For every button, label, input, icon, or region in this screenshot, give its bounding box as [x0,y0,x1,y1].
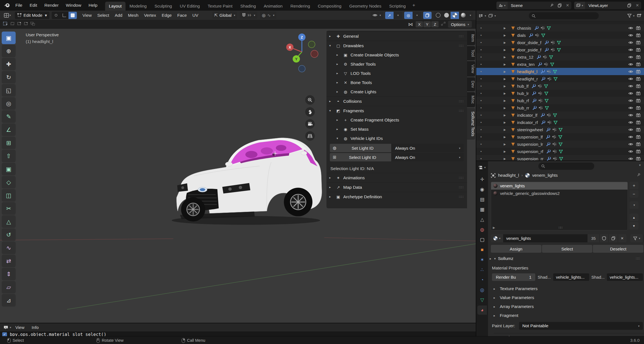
object-name[interactable]: door_pside_f [516,47,544,52]
deselect-button[interactable]: Deselect [593,245,643,253]
modifier-wrench-icon[interactable] [537,62,543,67]
panel-section-row[interactable]: ⚙ Shader Tools ∷∷ [326,59,467,69]
panel-section-row[interactable]: ✶ Animations ∷∷ [326,173,467,182]
disable-render-icon[interactable] [636,62,641,67]
workspace-tab[interactable]: Rendering [287,2,314,11]
navigation-gizmo[interactable]: Z X Y [281,31,320,76]
expand-arrow-icon[interactable]: ▶ [504,99,510,102]
outliner-row[interactable]: • ▶ hub_rf [476,97,644,104]
tool-select-box[interactable]: ▣ [2,32,16,44]
options-dropdown[interactable]: Options▾ [448,21,472,28]
modifier-wrench-icon[interactable] [546,156,552,161]
mesh-object-icon[interactable] [510,62,516,67]
move-slot-up-button[interactable]: ▲ [629,214,638,221]
mesh-object-icon[interactable] [510,106,516,110]
mesh-object-icon[interactable] [510,40,516,45]
object-name[interactable]: suspension_lf [516,135,545,139]
filter-dropdown[interactable]: ▾ [627,14,634,18]
vertex-groups-icon[interactable] [542,55,548,59]
vertex-groups-icon[interactable] [550,40,556,45]
hide-eye-icon[interactable] [628,98,633,103]
select-mode-intersect-icon[interactable] [30,21,35,27]
users-count-button[interactable]: 35 [588,234,600,242]
disable-render-icon[interactable] [636,26,641,30]
log-checkbox[interactable]: ✓ [2,332,7,336]
hide-eye-icon[interactable] [628,106,633,110]
vertex-groups-icon[interactable] [538,106,544,110]
editor-type-button[interactable]: ▾ [2,12,13,19]
disable-render-icon[interactable] [636,113,641,118]
modifier-wrench-icon[interactable] [545,149,551,154]
tool-poly-build[interactable]: △ [2,215,16,228]
vertex-groups-icon[interactable] [552,156,558,161]
viewport-menu[interactable]: Select [94,13,112,18]
modifier-wrench-icon[interactable] [540,69,546,74]
tool-smooth[interactable]: ∿ [2,242,16,254]
mirror-axis-button[interactable]: Y [423,21,431,27]
object-data-tab[interactable]: ▽ [477,295,487,305]
set-light-id-button[interactable]: ◍ Set Light ID [330,144,391,152]
outliner-row-partial[interactable] [476,21,644,24]
modifier-wrench-icon[interactable] [540,113,546,118]
panel-section-row[interactable]: ▽ LOD Tools ∷∷ [326,69,467,78]
viewport-menu[interactable]: View [80,13,94,18]
slot-specials-dropdown[interactable]: ▾ [629,201,638,209]
mesh-object-icon[interactable] [510,84,516,89]
outliner-row[interactable]: • ▶ hub_lr [476,90,644,97]
expand-arrow-icon[interactable]: ▶ [504,121,510,124]
object-name[interactable]: suspension_lr [516,142,545,147]
object-name[interactable]: steeringwheel [516,127,545,132]
panel-section-row[interactable]: ◩ Fragments ∷∷ [326,106,467,115]
tool-inset-faces[interactable]: ▣ [2,163,16,175]
snap-base-icon[interactable] [441,22,446,27]
viewport-menu[interactable]: Mesh [125,13,141,18]
disable-render-icon[interactable] [636,127,641,132]
outliner-row[interactable]: • ▶ chassis [476,24,644,32]
expand-arrow-icon[interactable]: ▶ [504,128,510,131]
panel-section-row[interactable]: ↗ Map Data ∷∷ [326,182,467,192]
shader-field-2[interactable]: vehicle_lights... [607,273,643,281]
mesh-object-icon[interactable] [510,98,516,103]
select-light-id-button[interactable]: ⊞ Select Light ID [330,153,391,161]
fragment-section[interactable]: Fragment [494,313,518,318]
panel-grip-icon[interactable]: ∷∷ [459,109,464,113]
material-slot-row[interactable]: vehicle_generic_glasswindows2 [491,190,628,197]
disable-render-icon[interactable] [636,91,641,96]
hide-eye-icon[interactable] [628,127,633,132]
new-scene-icon[interactable] [556,2,564,9]
vertex-groups-icon[interactable] [551,135,557,139]
face-select-button[interactable] [68,12,77,19]
hide-eye-icon[interactable] [628,135,633,139]
mesh-data-icon[interactable] [556,40,562,45]
add-slot-button[interactable]: ＋ [629,182,638,189]
mesh-data-icon[interactable] [552,77,558,81]
mesh-object-icon[interactable] [510,69,516,74]
vertex-groups-icon[interactable] [546,113,552,118]
vertex-groups-icon[interactable] [546,120,552,125]
disable-render-icon[interactable] [636,84,641,89]
hide-eye-icon[interactable] [628,69,633,74]
expand-arrow-icon[interactable]: ▶ [504,56,510,59]
topbar-menu[interactable]: Render [41,0,62,11]
filter-id-dropdown[interactable]: ▾ [488,14,496,18]
browse-material-dropdown[interactable]: ▾ [491,234,503,242]
constraints-tab[interactable]: ◎ [477,285,487,295]
mesh-data-icon[interactable] [557,135,564,139]
magnet-icon[interactable] [242,13,246,18]
pan-hand-button[interactable] [305,107,315,117]
outliner-row[interactable]: • ▶ extra_12 [476,53,644,61]
material-filter-dropdown[interactable]: ▾ [630,234,643,242]
panel-section-row[interactable]: ◓ Collisions ∷∷ [326,96,467,106]
modifier-wrench-icon[interactable] [531,98,538,103]
hide-eye-icon[interactable] [628,142,633,147]
modifier-wrench-icon[interactable] [545,135,551,139]
scene-tab[interactable]: △ [477,215,487,224]
sollumz-panel-header[interactable]: /*noop*/ ▾ Sollumz ∷∷ [490,256,643,261]
expand-arrow-icon[interactable]: ▶ [504,150,510,153]
vertex-groups-icon[interactable] [534,33,540,38]
tool-shrink-fatten[interactable]: ⇕ [2,268,16,280]
modifier-wrench-icon[interactable] [540,120,546,125]
show-overlays-button[interactable]: ◎ [404,12,413,19]
zoom-button[interactable] [305,95,315,105]
vertex-groups-icon[interactable] [537,91,543,96]
